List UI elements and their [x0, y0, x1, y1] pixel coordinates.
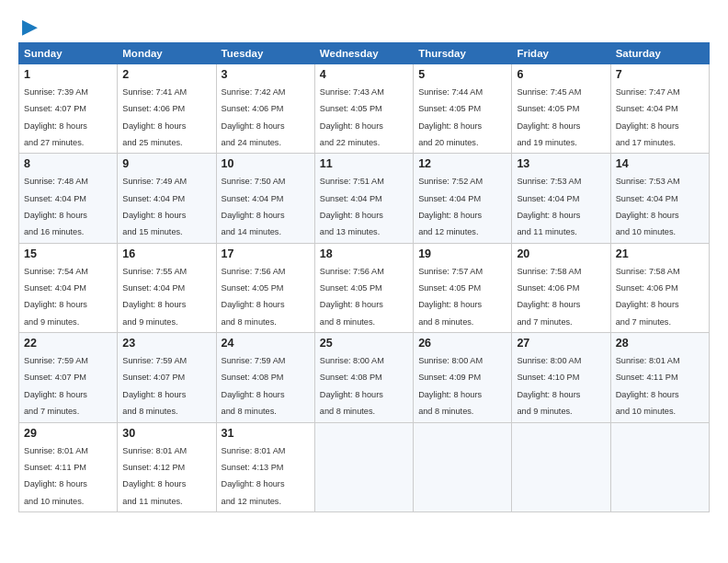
day-detail: Sunrise: 7:59 AM Sunset: 4:08 PM Dayligh… [222, 356, 286, 416]
calendar-cell [414, 422, 512, 511]
day-detail: Sunrise: 7:59 AM Sunset: 4:07 PM Dayligh… [122, 356, 187, 416]
logo-triangle-icon: ▶ [22, 17, 38, 37]
day-number: 11 [320, 157, 408, 170]
day-number: 5 [418, 68, 506, 81]
col-header-monday: Monday [118, 43, 216, 64]
day-number: 22 [24, 337, 112, 350]
day-detail: Sunrise: 7:53 AM Sunset: 4:04 PM Dayligh… [616, 177, 680, 236]
day-number: 27 [517, 337, 605, 350]
calendar-cell: 27Sunrise: 8:00 AM Sunset: 4:10 PM Dayli… [512, 333, 610, 422]
day-detail: Sunrise: 7:51 AM Sunset: 4:04 PM Dayligh… [320, 177, 384, 236]
calendar-cell: 24Sunrise: 7:59 AM Sunset: 4:08 PM Dayli… [216, 333, 314, 422]
day-number: 20 [517, 247, 605, 260]
day-number: 14 [616, 157, 704, 170]
day-detail: Sunrise: 8:01 AM Sunset: 4:11 PM Dayligh… [24, 446, 88, 506]
day-number: 8 [24, 157, 112, 170]
calendar-cell: 21Sunrise: 7:58 AM Sunset: 4:06 PM Dayli… [610, 243, 709, 332]
calendar-cell: 12Sunrise: 7:52 AM Sunset: 4:04 PM Dayli… [414, 154, 512, 243]
day-detail: Sunrise: 8:00 AM Sunset: 4:09 PM Dayligh… [418, 356, 483, 416]
day-detail: Sunrise: 7:50 AM Sunset: 4:04 PM Dayligh… [222, 177, 286, 236]
week-row-2: 8Sunrise: 7:48 AM Sunset: 4:04 PM Daylig… [19, 154, 710, 243]
calendar-cell: 31Sunrise: 8:01 AM Sunset: 4:13 PM Dayli… [216, 422, 314, 511]
day-detail: Sunrise: 7:44 AM Sunset: 4:05 PM Dayligh… [418, 87, 483, 147]
calendar-cell: 7Sunrise: 7:47 AM Sunset: 4:04 PM Daylig… [610, 64, 709, 154]
day-detail: Sunrise: 7:58 AM Sunset: 4:06 PM Dayligh… [616, 267, 680, 327]
day-number: 26 [418, 337, 506, 350]
calendar-cell: 5Sunrise: 7:44 AM Sunset: 4:05 PM Daylig… [414, 64, 512, 154]
day-detail: Sunrise: 7:47 AM Sunset: 4:04 PM Dayligh… [616, 87, 680, 147]
day-detail: Sunrise: 8:00 AM Sunset: 4:08 PM Dayligh… [320, 356, 384, 416]
calendar-cell: 18Sunrise: 7:56 AM Sunset: 4:05 PM Dayli… [314, 243, 413, 332]
day-detail: Sunrise: 7:53 AM Sunset: 4:04 PM Dayligh… [517, 177, 581, 236]
day-detail: Sunrise: 7:56 AM Sunset: 4:05 PM Dayligh… [222, 267, 286, 327]
day-number: 10 [222, 157, 310, 170]
day-detail: Sunrise: 7:55 AM Sunset: 4:04 PM Dayligh… [122, 267, 187, 327]
day-detail: Sunrise: 7:59 AM Sunset: 4:07 PM Dayligh… [24, 356, 88, 416]
calendar-cell: 9Sunrise: 7:49 AM Sunset: 4:04 PM Daylig… [118, 154, 216, 243]
calendar-table: SundayMondayTuesdayWednesdayThursdayFrid… [18, 42, 710, 512]
day-number: 29 [24, 427, 112, 440]
week-row-4: 22Sunrise: 7:59 AM Sunset: 4:07 PM Dayli… [19, 333, 710, 422]
day-number: 21 [616, 247, 704, 260]
calendar-cell: 11Sunrise: 7:51 AM Sunset: 4:04 PM Dayli… [314, 154, 413, 243]
day-detail: Sunrise: 8:01 AM Sunset: 4:13 PM Dayligh… [222, 446, 286, 506]
day-number: 12 [418, 157, 506, 170]
day-detail: Sunrise: 7:52 AM Sunset: 4:04 PM Dayligh… [418, 177, 483, 236]
day-number: 17 [222, 247, 310, 260]
day-detail: Sunrise: 7:54 AM Sunset: 4:04 PM Dayligh… [24, 267, 88, 327]
calendar-cell [512, 422, 610, 511]
calendar-cell: 20Sunrise: 7:58 AM Sunset: 4:06 PM Dayli… [512, 243, 610, 332]
calendar-cell: 8Sunrise: 7:48 AM Sunset: 4:04 PM Daylig… [19, 154, 118, 243]
day-number: 25 [320, 337, 408, 350]
calendar-cell: 15Sunrise: 7:54 AM Sunset: 4:04 PM Dayli… [19, 243, 118, 332]
calendar-cell: 29Sunrise: 8:01 AM Sunset: 4:11 PM Dayli… [19, 422, 118, 511]
calendar-cell: 28Sunrise: 8:01 AM Sunset: 4:11 PM Dayli… [610, 333, 709, 422]
logo: ▶ [18, 17, 38, 37]
day-number: 23 [122, 337, 210, 350]
week-row-1: 1Sunrise: 7:39 AM Sunset: 4:07 PM Daylig… [19, 64, 710, 154]
day-detail: Sunrise: 7:45 AM Sunset: 4:05 PM Dayligh… [517, 87, 581, 147]
calendar-cell: 4Sunrise: 7:43 AM Sunset: 4:05 PM Daylig… [314, 64, 413, 154]
day-number: 15 [24, 247, 112, 260]
calendar-cell: 2Sunrise: 7:41 AM Sunset: 4:06 PM Daylig… [118, 64, 216, 154]
week-row-3: 15Sunrise: 7:54 AM Sunset: 4:04 PM Dayli… [19, 243, 710, 332]
calendar-cell: 22Sunrise: 7:59 AM Sunset: 4:07 PM Dayli… [19, 333, 118, 422]
header-row: SundayMondayTuesdayWednesdayThursdayFrid… [19, 43, 710, 64]
calendar-cell: 13Sunrise: 7:53 AM Sunset: 4:04 PM Dayli… [512, 154, 610, 243]
day-number: 30 [122, 427, 210, 440]
day-detail: Sunrise: 8:01 AM Sunset: 4:11 PM Dayligh… [616, 356, 680, 416]
col-header-thursday: Thursday [414, 43, 512, 64]
calendar-cell: 10Sunrise: 7:50 AM Sunset: 4:04 PM Dayli… [216, 154, 314, 243]
calendar-cell [314, 422, 413, 511]
day-number: 1 [24, 68, 112, 81]
day-detail: Sunrise: 7:57 AM Sunset: 4:05 PM Dayligh… [418, 267, 483, 327]
day-number: 7 [616, 68, 704, 81]
day-number: 16 [122, 247, 210, 260]
day-detail: Sunrise: 7:56 AM Sunset: 4:05 PM Dayligh… [320, 267, 384, 327]
week-row-5: 29Sunrise: 8:01 AM Sunset: 4:11 PM Dayli… [19, 422, 710, 511]
calendar-cell: 25Sunrise: 8:00 AM Sunset: 4:08 PM Dayli… [314, 333, 413, 422]
day-detail: Sunrise: 7:42 AM Sunset: 4:06 PM Dayligh… [222, 87, 286, 147]
calendar-cell: 16Sunrise: 7:55 AM Sunset: 4:04 PM Dayli… [118, 243, 216, 332]
col-header-wednesday: Wednesday [314, 43, 413, 64]
day-detail: Sunrise: 8:00 AM Sunset: 4:10 PM Dayligh… [517, 356, 581, 416]
day-number: 19 [418, 247, 506, 260]
day-number: 6 [517, 68, 605, 81]
day-number: 31 [222, 427, 310, 440]
day-detail: Sunrise: 7:49 AM Sunset: 4:04 PM Dayligh… [122, 177, 187, 236]
calendar-cell [610, 422, 709, 511]
day-detail: Sunrise: 7:39 AM Sunset: 4:07 PM Dayligh… [24, 87, 88, 147]
calendar-cell: 14Sunrise: 7:53 AM Sunset: 4:04 PM Dayli… [610, 154, 709, 243]
col-header-saturday: Saturday [610, 43, 709, 64]
page-header: ▶ [18, 17, 710, 37]
calendar-cell: 3Sunrise: 7:42 AM Sunset: 4:06 PM Daylig… [216, 64, 314, 154]
calendar-cell: 23Sunrise: 7:59 AM Sunset: 4:07 PM Dayli… [118, 333, 216, 422]
day-detail: Sunrise: 7:48 AM Sunset: 4:04 PM Dayligh… [24, 177, 88, 236]
day-number: 9 [122, 157, 210, 170]
col-header-friday: Friday [512, 43, 610, 64]
col-header-sunday: Sunday [19, 43, 118, 64]
col-header-tuesday: Tuesday [216, 43, 314, 64]
calendar-cell: 1Sunrise: 7:39 AM Sunset: 4:07 PM Daylig… [19, 64, 118, 154]
day-detail: Sunrise: 7:41 AM Sunset: 4:06 PM Dayligh… [122, 87, 187, 147]
day-number: 2 [122, 68, 210, 81]
